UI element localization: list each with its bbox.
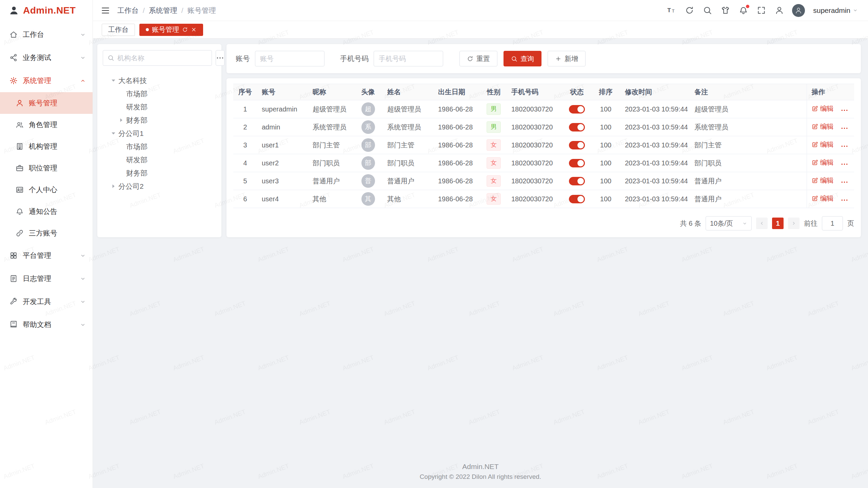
- sidebar-subitem[interactable]: 职位管理: [0, 157, 93, 179]
- sidebar-subitem[interactable]: 通知公告: [0, 201, 93, 222]
- status-toggle[interactable]: [569, 141, 585, 149]
- tab-active[interactable]: 账号管理: [139, 24, 203, 36]
- sidebar-subitem[interactable]: 个人中心: [0, 179, 93, 201]
- more-button[interactable]: [841, 178, 848, 186]
- edit-button[interactable]: 编辑: [812, 122, 834, 131]
- query-button[interactable]: 查询: [504, 51, 541, 66]
- page-size-select[interactable]: 10条/页: [706, 216, 752, 230]
- sidebar-subitem[interactable]: 三方账号: [0, 222, 93, 244]
- page-button-current[interactable]: 1: [772, 218, 784, 229]
- pagination: 共 6 条 10条/页 1 前往: [233, 216, 854, 230]
- goto-page-input[interactable]: [822, 216, 843, 230]
- chevron-down-icon: [853, 8, 858, 13]
- edit-button[interactable]: 编辑: [812, 194, 834, 203]
- more-button[interactable]: [841, 142, 848, 150]
- tree-node[interactable]: 研发部: [103, 100, 216, 114]
- status-toggle[interactable]: [569, 195, 585, 203]
- caret-down-icon[interactable]: [110, 77, 117, 84]
- table-area: 账号 手机号码 重置 查询: [226, 44, 861, 237]
- add-button[interactable]: 新增: [548, 51, 586, 66]
- search-icon[interactable]: [703, 6, 712, 15]
- cell-operations: 编辑: [807, 172, 854, 190]
- next-page-button[interactable]: [788, 218, 800, 229]
- cell-avatar: 超: [354, 100, 382, 118]
- more-button[interactable]: [841, 124, 848, 132]
- tree-node[interactable]: 分公司2: [103, 180, 216, 193]
- tree-node[interactable]: 财务部: [103, 166, 216, 180]
- gender-badge: 男: [487, 103, 501, 115]
- tree-node[interactable]: 市场部: [103, 87, 216, 100]
- tree-node[interactable]: 市场部: [103, 140, 216, 153]
- sidebar-item[interactable]: 系统管理: [0, 69, 93, 92]
- cell-birthdate: 1986-06-28: [433, 136, 481, 154]
- more-button[interactable]: [841, 106, 848, 114]
- tab[interactable]: 工作台: [102, 24, 135, 36]
- user-icon[interactable]: [775, 6, 784, 15]
- sidebar-item[interactable]: 开发工具: [0, 290, 93, 313]
- edit-label: 编辑: [820, 158, 834, 167]
- avatar[interactable]: [792, 4, 805, 17]
- org-search-row: [103, 50, 216, 66]
- org-search-field[interactable]: [103, 50, 212, 66]
- org-search-input[interactable]: [117, 54, 207, 62]
- theme-icon[interactable]: [721, 6, 730, 15]
- edit-button[interactable]: 编辑: [812, 140, 834, 149]
- sidebar-subitem[interactable]: 角色管理: [0, 114, 93, 136]
- sidebar-item[interactable]: 日志管理: [0, 267, 93, 290]
- more-button[interactable]: [841, 196, 848, 204]
- cell-nickname: 其他: [308, 190, 354, 208]
- fullscreen-icon[interactable]: [757, 6, 766, 15]
- sidebar-item[interactable]: 业务测试: [0, 46, 93, 69]
- breadcrumb-item[interactable]: 系统管理: [149, 6, 177, 15]
- cell-status: [563, 136, 591, 154]
- sidebar-item[interactable]: 平台管理: [0, 244, 93, 267]
- form-buttons: 重置 查询 新增: [459, 51, 586, 66]
- caret-right-icon[interactable]: [110, 182, 117, 190]
- tree-node[interactable]: 分公司1: [103, 127, 216, 140]
- refresh-icon[interactable]: [685, 6, 694, 15]
- prev-page-button[interactable]: [756, 218, 768, 229]
- bell-icon: [16, 207, 24, 216]
- font-size-icon[interactable]: TT: [667, 6, 676, 15]
- cell-status: [563, 172, 591, 190]
- status-toggle[interactable]: [569, 159, 585, 167]
- close-icon[interactable]: [191, 27, 197, 33]
- tree-more-button[interactable]: [216, 50, 224, 66]
- tab-label: 工作台: [108, 25, 129, 34]
- cell-phone: 18020030720: [507, 100, 563, 118]
- cell-avatar: 部: [354, 136, 382, 154]
- tree-node[interactable]: 财务部: [103, 114, 216, 127]
- edit-button[interactable]: 编辑: [812, 158, 834, 167]
- more-button[interactable]: [841, 160, 848, 168]
- tree-node[interactable]: 大名科技: [103, 74, 216, 87]
- edit-button[interactable]: 编辑: [812, 104, 834, 113]
- sidebar-item[interactable]: 工作台: [0, 23, 93, 46]
- caret-right-icon[interactable]: [117, 116, 125, 124]
- cell-nickname: 部门主管: [308, 136, 354, 154]
- status-toggle[interactable]: [569, 105, 585, 114]
- edit-label: 编辑: [820, 104, 834, 113]
- status-toggle[interactable]: [569, 177, 585, 185]
- sidebar-subitem[interactable]: 机构管理: [0, 136, 93, 157]
- breadcrumb-item[interactable]: 工作台: [117, 6, 139, 15]
- caret-down-icon[interactable]: [110, 129, 117, 137]
- cell-avatar: 部: [354, 154, 382, 172]
- gender-badge: 男: [487, 121, 501, 133]
- tree-node-label: 市场部: [126, 89, 147, 99]
- phone-input[interactable]: [374, 51, 443, 66]
- sidebar-subitem[interactable]: 账号管理: [0, 92, 93, 114]
- user-menu[interactable]: superadmin: [813, 6, 858, 15]
- edit-label: 编辑: [820, 176, 834, 185]
- cell-order: 100: [591, 154, 620, 172]
- cell-nickname: 普通用户: [308, 172, 354, 190]
- table-row: 2admin系统管理员系系统管理员1986-06-28男180200307201…: [233, 118, 854, 136]
- account-input[interactable]: [255, 51, 324, 66]
- bell-icon[interactable]: [739, 6, 748, 15]
- status-toggle[interactable]: [569, 123, 585, 131]
- reset-button[interactable]: 重置: [459, 51, 497, 66]
- page-unit-label: 页: [847, 219, 854, 228]
- tree-node[interactable]: 研发部: [103, 153, 216, 166]
- edit-button[interactable]: 编辑: [812, 176, 834, 185]
- sidebar-item[interactable]: 帮助文档: [0, 313, 93, 336]
- hamburger-icon[interactable]: [101, 6, 110, 15]
